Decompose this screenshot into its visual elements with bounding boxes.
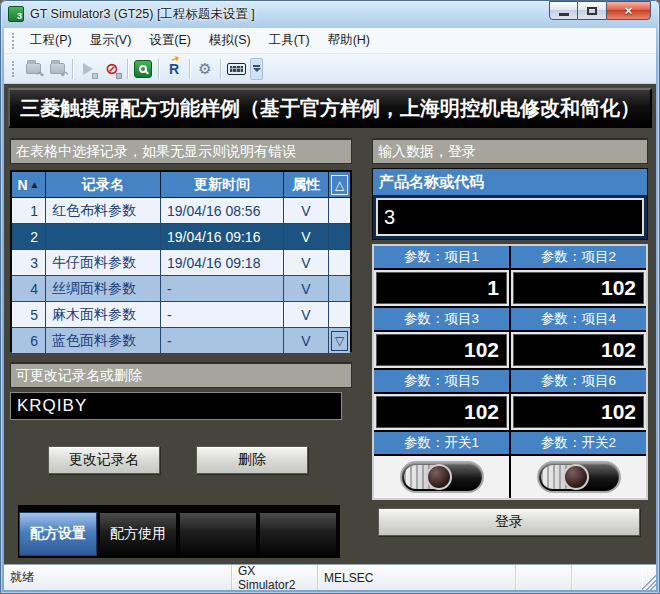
column-header-time[interactable]: 更新时间 <box>161 172 284 198</box>
gear-icon: ⚙ <box>198 61 211 76</box>
simulator-screen: 三菱触摸屏配方功能样例（基于官方样例，上海明控机电修改和简化） 在表格中选择记录… <box>4 84 656 564</box>
param-label-item3: 参数：项目3 <box>374 308 509 330</box>
record-row-3[interactable]: 3 牛仔面料参数 19/04/16 09:18 V <box>12 250 350 276</box>
switch-project-button[interactable]: R <box>162 57 186 81</box>
record-row-5[interactable]: 5 麻木面料参数 - V <box>12 302 350 328</box>
resize-grip[interactable] <box>642 565 656 590</box>
maximize-button[interactable] <box>578 1 606 20</box>
param-label-item6: 参数：项目6 <box>511 370 646 392</box>
login-button[interactable]: 登录 <box>378 508 640 536</box>
start-simulation-button[interactable] <box>76 57 100 81</box>
arrow-icon: ↶ <box>60 70 68 80</box>
scroll-up-button[interactable]: △ <box>329 172 350 198</box>
cell-attr[interactable]: V <box>284 328 329 354</box>
sort-ascending-icon: ▲ <box>30 179 40 190</box>
table-header-row: N▲ 记录名 更新时间 属性 △ <box>12 172 350 198</box>
param-value-item6[interactable]: 102 <box>513 396 644 428</box>
title-bar[interactable]: 3 GT Simulator3 (GT25) [工程标题未设置 ] × <box>0 0 660 28</box>
cell-no[interactable]: 3 <box>12 250 46 276</box>
product-name-input[interactable]: 3 <box>376 198 644 236</box>
product-name-box: 产品名称或代码 3 <box>372 168 648 240</box>
record-row-2-selected[interactable]: 2 19/04/16 09:16 V <box>12 224 350 250</box>
param-value-item3[interactable]: 102 <box>376 334 507 366</box>
cell-name[interactable]: 红色布料参数 <box>46 198 161 224</box>
param-value-item2[interactable]: 102 <box>513 272 644 304</box>
cell-time[interactable]: - <box>161 276 284 302</box>
toggle-switch-icon <box>400 461 484 493</box>
cell-time[interactable]: - <box>161 328 284 354</box>
menu-item-view[interactable]: 显示(V) <box>81 28 141 53</box>
param-switch-2[interactable] <box>511 456 646 498</box>
menu-item-help[interactable]: 帮助(H) <box>319 28 379 53</box>
cell-no[interactable]: 1 <box>12 198 46 224</box>
column-header-name[interactable]: 记录名 <box>46 172 161 198</box>
cell-scroll <box>329 276 350 302</box>
cell-time[interactable]: - <box>161 302 284 328</box>
param-value-item4[interactable]: 102 <box>513 334 644 366</box>
cell-name[interactable]: 牛仔面料参数 <box>46 250 161 276</box>
parameter-grid: 参数：项目1 参数：项目2 1 102 参数：项目3 参数：项目4 102 10… <box>372 244 648 500</box>
menu-item-tools[interactable]: 工具(T) <box>260 28 319 53</box>
cell-name[interactable]: 麻木面料参数 <box>46 302 161 328</box>
record-name-input[interactable]: KRQIBY <box>10 392 342 420</box>
menu-item-project[interactable]: 工程(P) <box>21 28 81 53</box>
close-button[interactable]: × <box>606 1 651 20</box>
cell-scroll <box>329 198 350 224</box>
table-hint-label: 在表格中选择记录，如果无显示则说明有错误 <box>10 138 352 164</box>
menu-item-settings[interactable]: 设置(E) <box>140 28 200 53</box>
rename-record-button[interactable]: 更改记录名 <box>48 446 160 474</box>
title-banner: 三菱触摸屏配方功能样例（基于官方样例，上海明控机电修改和简化） <box>8 88 652 128</box>
cell-attr[interactable]: V <box>284 302 329 328</box>
status-bar: 就绪 GX Simulator2 MELSEC <box>4 564 656 590</box>
cell-time[interactable]: 19/04/16 09:16 <box>161 224 284 250</box>
cell-attr[interactable]: V <box>284 224 329 250</box>
delete-record-button[interactable]: 删除 <box>196 446 308 474</box>
cell-name[interactable]: 丝绸面料参数 <box>46 276 161 302</box>
mini-square-icon <box>116 73 122 79</box>
switch-knob <box>426 464 452 490</box>
product-name-label: 产品名称或代码 <box>373 169 647 195</box>
device-monitor-button[interactable] <box>131 57 155 81</box>
record-row-6[interactable]: 6 蓝色面料参数 - V ▽ <box>12 328 350 354</box>
param-label-item5: 参数：项目5 <box>374 370 509 392</box>
tab-recipe-use[interactable]: 配方使用 <box>99 512 177 556</box>
column-header-attr[interactable]: 属性 <box>284 172 329 198</box>
cell-name[interactable]: 蓝色面料参数 <box>46 328 161 354</box>
record-row-4[interactable]: 4 丝绸面料参数 - V <box>12 276 350 302</box>
cell-no[interactable]: 2 <box>12 224 46 250</box>
cell-attr[interactable]: V <box>284 198 329 224</box>
cell-no[interactable]: 6 <box>12 328 46 354</box>
param-value-item1[interactable]: 1 <box>376 272 507 304</box>
cell-no[interactable]: 4 <box>12 276 46 302</box>
cell-time[interactable]: 19/04/16 08:56 <box>161 198 284 224</box>
column-header-no[interactable]: N▲ <box>12 172 46 198</box>
cell-attr[interactable]: V <box>284 276 329 302</box>
tab-recipe-settings[interactable]: 配方设置 <box>19 512 97 556</box>
software-keyboard-button[interactable] <box>224 57 248 81</box>
save-project-button[interactable]: ↶ <box>45 57 69 81</box>
tab-empty-3[interactable] <box>179 512 257 556</box>
open-project-button[interactable]: ↷ <box>21 57 45 81</box>
cell-name[interactable] <box>46 224 161 250</box>
tab-empty-4[interactable] <box>259 512 337 556</box>
scroll-down-button[interactable]: ▽ <box>329 328 350 354</box>
toolbar: ↷ ↶ ⊘ R ⚙ <box>4 54 656 84</box>
param-label-item4: 参数：项目4 <box>511 308 646 330</box>
record-row-1[interactable]: 1 红色布料参数 19/04/16 08:56 V <box>12 198 350 224</box>
param-label-switch2: 参数：开关2 <box>511 432 646 454</box>
stop-simulation-button[interactable]: ⊘ <box>100 57 124 81</box>
param-switch-1[interactable] <box>374 456 509 498</box>
status-ready: 就绪 <box>4 565 232 590</box>
cell-no[interactable]: 5 <box>12 302 46 328</box>
toolbar-separator <box>127 59 128 79</box>
chevron-down-icon <box>253 68 261 72</box>
switch-knob <box>563 464 589 490</box>
toolbar-options-button[interactable] <box>250 58 263 80</box>
param-value-item5[interactable]: 102 <box>376 396 507 428</box>
cell-time[interactable]: 19/04/16 09:18 <box>161 250 284 276</box>
option-button[interactable]: ⚙ <box>193 57 217 81</box>
menu-item-simulate[interactable]: 模拟(S) <box>200 28 260 53</box>
minimize-icon <box>559 13 569 16</box>
cell-attr[interactable]: V <box>284 250 329 276</box>
minimize-button[interactable] <box>549 1 578 20</box>
